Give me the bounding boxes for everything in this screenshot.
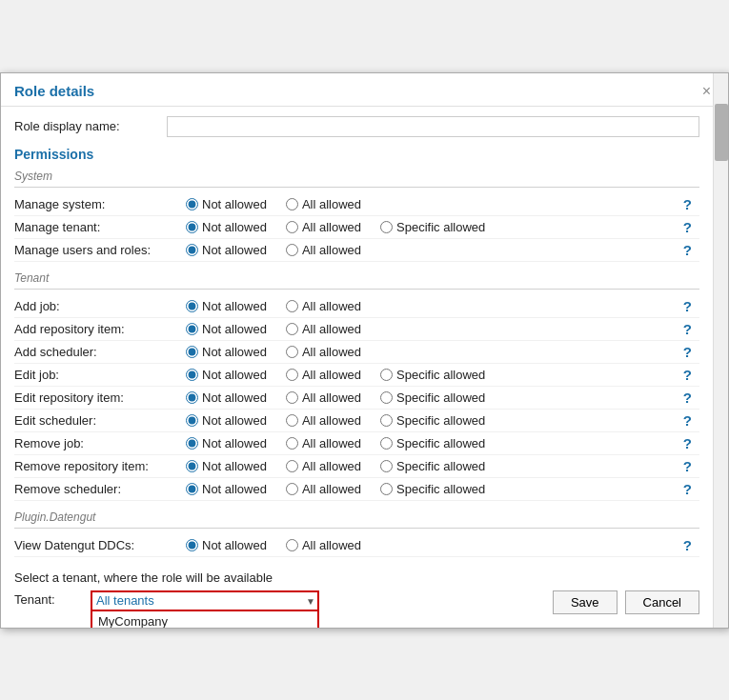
manage-users-all-allowed[interactable]: All allowed xyxy=(286,243,361,257)
perm-manage-tenant-label: Manage tenant: xyxy=(14,220,186,234)
perm-remove-job-label: Remove job: xyxy=(14,436,186,450)
add-repo-help-icon[interactable]: ? xyxy=(683,321,692,337)
tenant-section: Select a tenant, where the role will be … xyxy=(14,570,699,614)
perm-add-job: Add job: Not allowed All allowed ? xyxy=(14,295,699,318)
remove-repo-specific-allowed[interactable]: Specific allowed xyxy=(380,459,485,473)
manage-tenant-help-icon[interactable]: ? xyxy=(683,219,692,235)
perm-remove-repo-label: Remove repository item: xyxy=(14,459,186,473)
save-button[interactable]: Save xyxy=(553,590,618,614)
tenant-dropdown-value: All tenants xyxy=(96,593,154,608)
add-job-not-allowed[interactable]: Not allowed xyxy=(186,299,267,313)
add-job-all-allowed[interactable]: All allowed xyxy=(286,299,361,313)
manage-system-not-allowed[interactable]: Not allowed xyxy=(186,197,267,211)
cancel-button[interactable]: Cancel xyxy=(625,590,699,614)
system-group-label: System xyxy=(14,170,699,183)
edit-repo-not-allowed[interactable]: Not allowed xyxy=(186,390,267,405)
manage-tenant-all-allowed[interactable]: All allowed xyxy=(286,220,361,234)
scrollbar[interactable] xyxy=(713,73,728,628)
remove-scheduler-help-icon[interactable]: ? xyxy=(683,481,692,497)
remove-job-all-allowed[interactable]: All allowed xyxy=(286,436,361,450)
perm-edit-scheduler: Edit scheduler: Not allowed All allowed … xyxy=(14,410,699,432)
perm-manage-system-label: Manage system: xyxy=(14,197,186,211)
role-display-name-input[interactable] xyxy=(167,116,699,137)
manage-users-not-allowed[interactable]: Not allowed xyxy=(186,243,267,257)
edit-job-all-allowed[interactable]: All allowed xyxy=(286,368,361,382)
perm-manage-users-roles-label: Manage users and roles: xyxy=(14,243,186,257)
manage-tenant-specific-allowed[interactable]: Specific allowed xyxy=(380,220,485,234)
tenant-field-label: Tenant: xyxy=(14,590,81,607)
remove-job-help-icon[interactable]: ? xyxy=(683,435,692,451)
edit-repo-help-icon[interactable]: ? xyxy=(683,390,692,406)
perm-add-scheduler-label: Add scheduler: xyxy=(14,345,186,359)
perm-remove-scheduler-label: Remove scheduler: xyxy=(14,482,186,496)
perm-add-repo: Add repository item: Not allowed All all… xyxy=(14,318,699,341)
edit-scheduler-specific-allowed[interactable]: Specific allowed xyxy=(380,413,485,428)
perm-add-scheduler: Add scheduler: Not allowed All allowed ? xyxy=(14,341,699,364)
tenant-group-label: Tenant xyxy=(14,271,699,285)
remove-job-specific-allowed[interactable]: Specific allowed xyxy=(380,436,485,450)
manage-system-all-allowed[interactable]: All allowed xyxy=(286,197,361,211)
dialog-title: Role details xyxy=(14,83,94,99)
permissions-title: Permissions xyxy=(14,147,699,162)
remove-repo-not-allowed[interactable]: Not allowed xyxy=(186,459,267,473)
perm-edit-job-label: Edit job: xyxy=(14,368,186,382)
scrollbar-thumb[interactable] xyxy=(715,104,728,161)
system-separator xyxy=(14,187,699,188)
remove-repo-all-allowed[interactable]: All allowed xyxy=(286,459,361,473)
add-scheduler-help-icon[interactable]: ? xyxy=(683,344,692,360)
tenant-dropdown-input[interactable]: All tenants ▼ xyxy=(91,590,319,611)
dropdown-item-mycompany[interactable]: MyCompany xyxy=(92,611,317,628)
perm-manage-tenant: Manage tenant: Not allowed All allowed S… xyxy=(14,216,699,239)
dropdown-arrow-icon: ▼ xyxy=(306,595,315,606)
perm-edit-repo-label: Edit repository item: xyxy=(14,390,186,405)
edit-repo-all-allowed[interactable]: All allowed xyxy=(286,390,361,405)
manage-system-help-icon[interactable]: ? xyxy=(683,196,692,212)
manage-users-help-icon[interactable]: ? xyxy=(683,242,692,258)
perm-manage-users-roles: Manage users and roles: Not allowed All … xyxy=(14,239,699,262)
edit-repo-specific-allowed[interactable]: Specific allowed xyxy=(380,390,485,405)
perm-add-repo-label: Add repository item: xyxy=(14,322,186,336)
dialog-body: Role display name: Permissions System Ma… xyxy=(1,107,728,628)
edit-scheduler-not-allowed[interactable]: Not allowed xyxy=(186,413,267,428)
remove-scheduler-all-allowed[interactable]: All allowed xyxy=(286,482,361,496)
tenant-separator xyxy=(14,289,699,290)
role-display-name-label: Role display name: xyxy=(14,119,167,133)
perm-manage-system: Manage system: Not allowed All allowed ? xyxy=(14,193,699,216)
remove-job-not-allowed[interactable]: Not allowed xyxy=(186,436,267,450)
tenant-dropdown-container: All tenants ▼ MyCompany TECH-ARROW All t… xyxy=(91,590,319,611)
perm-remove-repo: Remove repository item: Not allowed All … xyxy=(14,455,699,478)
view-datengut-all-allowed[interactable]: All allowed xyxy=(286,538,361,552)
plugin-datengut-separator xyxy=(14,528,699,529)
tenant-dropdown-list: MyCompany TECH-ARROW All tenants xyxy=(91,611,319,628)
add-scheduler-all-allowed[interactable]: All allowed xyxy=(286,345,361,359)
view-datengut-not-allowed[interactable]: Not allowed xyxy=(186,538,267,552)
add-repo-not-allowed[interactable]: Not allowed xyxy=(186,322,267,336)
edit-job-help-icon[interactable]: ? xyxy=(683,367,692,383)
edit-job-specific-allowed[interactable]: Specific allowed xyxy=(380,368,485,382)
edit-scheduler-all-allowed[interactable]: All allowed xyxy=(286,413,361,428)
perm-edit-job: Edit job: Not allowed All allowed Specif… xyxy=(14,364,699,387)
tenant-select-label: Select a tenant, where the role will be … xyxy=(14,570,699,585)
manage-tenant-not-allowed[interactable]: Not allowed xyxy=(186,220,267,234)
edit-job-not-allowed[interactable]: Not allowed xyxy=(186,368,267,382)
remove-repo-help-icon[interactable]: ? xyxy=(683,458,692,474)
perm-remove-job: Remove job: Not allowed All allowed Spec… xyxy=(14,432,699,455)
perm-view-datengut: View Datengut DDCs: Not allowed All allo… xyxy=(14,534,699,557)
add-job-help-icon[interactable]: ? xyxy=(683,298,692,314)
dialog-header: Role details × xyxy=(1,73,728,107)
perm-remove-scheduler: Remove scheduler: Not allowed All allowe… xyxy=(14,478,699,501)
perm-add-job-label: Add job: xyxy=(14,299,186,313)
plugin-datengut-group-label: Plugin.Datengut xyxy=(14,510,699,524)
add-repo-all-allowed[interactable]: All allowed xyxy=(286,322,361,336)
main-content: Role display name: Permissions System Ma… xyxy=(14,116,715,614)
role-details-dialog: Role details × Role display name: Permis… xyxy=(0,72,729,629)
perm-edit-scheduler-label: Edit scheduler: xyxy=(14,413,186,428)
perm-edit-repo: Edit repository item: Not allowed All al… xyxy=(14,387,699,410)
remove-scheduler-not-allowed[interactable]: Not allowed xyxy=(186,482,267,496)
dialog-footer: Save Cancel xyxy=(553,590,699,614)
edit-scheduler-help-icon[interactable]: ? xyxy=(683,412,692,429)
view-datengut-help-icon[interactable]: ? xyxy=(683,537,692,553)
role-display-name-row: Role display name: xyxy=(14,116,699,137)
remove-scheduler-specific-allowed[interactable]: Specific allowed xyxy=(380,482,485,496)
add-scheduler-not-allowed[interactable]: Not allowed xyxy=(186,345,267,359)
